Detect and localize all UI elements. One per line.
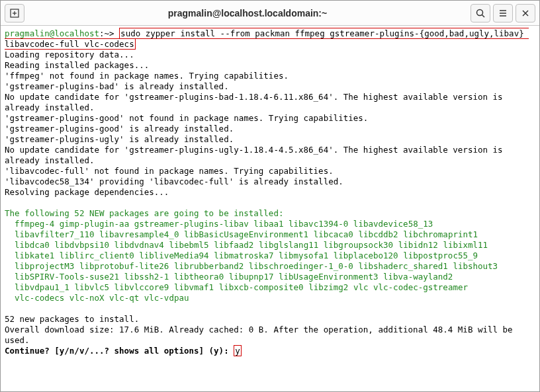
pkg: libpostproc55_9 bbox=[403, 251, 478, 260]
pkg: libUsageEnvironment3 bbox=[279, 272, 379, 282]
pkg: libschroedinger-1_0-0 bbox=[249, 261, 353, 271]
hamburger-icon bbox=[498, 8, 508, 19]
pkg: libebml5 bbox=[169, 240, 208, 250]
pkg: libmatroska7 bbox=[214, 251, 273, 260]
pkg: libavresample4_0 bbox=[99, 229, 179, 239]
svg-point-3 bbox=[476, 9, 482, 15]
pkg: libcddb2 bbox=[358, 229, 398, 239]
pkg: ffmpeg-4 bbox=[15, 219, 54, 229]
output-line: 'gstreamer-plugins-good' not found in pa… bbox=[5, 113, 368, 123]
terminal-output[interactable]: pragmalin@localhost:~> sudo zypper insta… bbox=[1, 26, 539, 359]
pkg: vlc-qt bbox=[109, 293, 139, 303]
summary-line: 52 new packages to install. bbox=[5, 314, 139, 324]
output-line: No update candidate for 'gstreamer-plugi… bbox=[5, 92, 508, 112]
window-title: pragmalin@localhost.localdomain:~ bbox=[168, 8, 327, 19]
pkg: libfaad2 bbox=[214, 240, 253, 250]
pkg: libliveMedia94 bbox=[139, 251, 208, 260]
pkg: libavfilter7_110 bbox=[15, 229, 94, 239]
pkg: libprotobuf-lite26 bbox=[79, 261, 169, 271]
pkg: vlc-codecs bbox=[15, 293, 64, 303]
pkg: liblirc_client0 bbox=[60, 251, 134, 260]
pkg: libavc1394-0 bbox=[289, 219, 348, 229]
pkg: gimp-plugin-aa bbox=[60, 219, 129, 229]
output-line: 'libavcodec-full' not found in package n… bbox=[5, 166, 334, 176]
pkg: libprojectM3 bbox=[15, 261, 74, 271]
pkg: libplacebo120 bbox=[334, 251, 398, 260]
output-line: Loading repository data... bbox=[5, 50, 134, 59]
output-line: 'gstreamer-plugins-bad' is already insta… bbox=[5, 81, 229, 91]
pkg: gstreamer-plugins-libav bbox=[134, 219, 249, 229]
output-line: 'gstreamer-plugins-good' is already inst… bbox=[5, 124, 234, 134]
continue-prompt: Continue? [y/n/v/...? shows all options]… bbox=[5, 346, 234, 356]
pkg: libxcb-composite0 bbox=[219, 282, 304, 292]
pkg: libshaderc_shared1 bbox=[358, 261, 447, 271]
output-line: 'libavcodec58_134' providing 'libavcodec… bbox=[5, 176, 343, 186]
pkg: libvlc5 bbox=[74, 282, 109, 292]
output-line: 'gstreamer-plugins-ugly' is already inst… bbox=[5, 134, 234, 144]
prompt-path: :~> bbox=[99, 28, 119, 38]
output-line: Resolving package dependencies... bbox=[5, 187, 169, 197]
pkg: libzimg2 bbox=[308, 282, 348, 292]
pkg: libkate1 bbox=[15, 251, 54, 260]
pkg: libva-wayland2 bbox=[383, 272, 453, 282]
window-titlebar: pragmalin@localhost.localdomain:~ bbox=[1, 1, 539, 26]
pkg: libshout3 bbox=[453, 261, 498, 271]
pkg: libaa1 bbox=[253, 219, 283, 229]
prompt-user: pragmalin@localhost bbox=[5, 28, 99, 38]
new-tab-icon bbox=[9, 8, 20, 19]
output-line: Reading installed packages... bbox=[5, 60, 149, 70]
pkg: libvlccore9 bbox=[114, 282, 169, 292]
search-icon bbox=[475, 8, 486, 19]
search-button[interactable] bbox=[471, 4, 490, 22]
pkg: libdvbpsi10 bbox=[54, 240, 109, 250]
pkg: libBasicUsageEnvironment1 bbox=[184, 229, 308, 239]
pkg: libSPIRV-Tools-suse21 bbox=[15, 272, 119, 282]
answer-highlight: y bbox=[234, 345, 242, 356]
new-tab-button[interactable] bbox=[5, 4, 24, 22]
menu-button[interactable] bbox=[493, 4, 513, 22]
pkg: vlc bbox=[353, 282, 369, 292]
summary-line: Overall download size: 17.6 MiB. Already… bbox=[5, 325, 518, 345]
close-button[interactable] bbox=[516, 4, 535, 22]
pkg: libtheora0 bbox=[174, 272, 224, 282]
close-icon bbox=[520, 8, 531, 19]
pkg: libchromaprint1 bbox=[403, 229, 478, 239]
pkg: libdvdnav4 bbox=[114, 240, 164, 250]
pkg: libidn12 bbox=[398, 240, 438, 250]
pkg: libvmaf1 bbox=[174, 282, 214, 292]
pkg: vlc-noX bbox=[69, 293, 105, 303]
output-line: No update candidate for 'gstreamer-plugi… bbox=[5, 145, 508, 165]
pkg: libavdevice58_13 bbox=[353, 219, 433, 229]
install-header: The following 52 NEW packages are going … bbox=[5, 208, 283, 218]
pkg: libdca0 bbox=[15, 240, 50, 250]
pkg: libixml11 bbox=[443, 240, 488, 250]
pkg: vlc-vdpau bbox=[144, 293, 189, 303]
pkg: libupnp17 bbox=[229, 272, 274, 282]
output-line: 'ffmpeg' not found in package names. Try… bbox=[5, 71, 289, 81]
pkg: libgroupsock30 bbox=[324, 240, 393, 250]
pkg: libcaca0 bbox=[314, 229, 353, 239]
pkg: vlc-codec-gstreamer bbox=[373, 282, 468, 292]
pkg: librubberband2 bbox=[174, 261, 244, 271]
pkg: libmysofa1 bbox=[279, 251, 328, 260]
pkg: libssh2-1 bbox=[124, 272, 169, 282]
pkg: libvdpau1_1 bbox=[15, 282, 69, 292]
svg-line-4 bbox=[482, 15, 484, 17]
pkg: libglslang11 bbox=[259, 240, 318, 250]
